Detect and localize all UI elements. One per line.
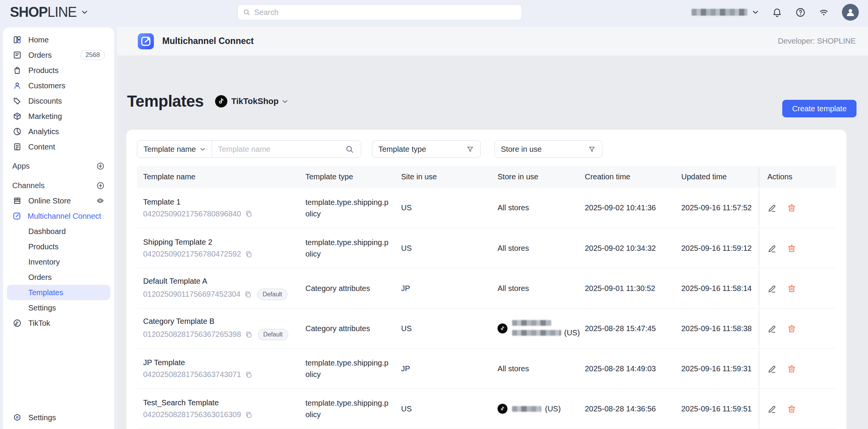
copy-icon[interactable] — [245, 411, 253, 419]
chevron-down-icon — [81, 9, 88, 16]
sidebar-item-marketing[interactable]: Marketing — [7, 109, 110, 124]
updated-time: 2025-09-16 11:58:14 — [681, 268, 759, 308]
sidebar-item-home[interactable]: Home — [7, 32, 110, 47]
avatar[interactable] — [842, 4, 859, 21]
store-tiktok: (US) — [498, 404, 561, 414]
app-title: Multichannel Connect — [162, 36, 254, 46]
delete-icon[interactable] — [787, 244, 796, 253]
edit-icon[interactable] — [767, 244, 777, 253]
global-search[interactable] — [237, 4, 522, 20]
content-icon — [13, 142, 22, 151]
template-name: Default Template A — [143, 277, 287, 286]
delete-icon[interactable] — [787, 203, 796, 213]
delete-icon[interactable] — [787, 284, 796, 293]
edit-icon[interactable] — [767, 364, 777, 374]
delete-icon[interactable] — [787, 324, 796, 333]
sidebar-item-orders[interactable]: Orders 2568 — [7, 47, 110, 63]
shopline-logo[interactable]: SHOPLINE — [10, 4, 88, 20]
table-row: Category Template B 01202508281756367265… — [137, 308, 836, 348]
store-all: All stores — [498, 203, 529, 212]
site-in-use: US — [401, 228, 498, 268]
store-all: All stores — [498, 364, 529, 373]
network-status-icon[interactable] — [819, 7, 829, 18]
delete-icon[interactable] — [787, 364, 796, 374]
sidebar-item-analytics[interactable]: Analytics — [7, 124, 110, 139]
search-field-label: Template name — [144, 145, 196, 154]
sidebar-subitem-orders[interactable]: Orders — [7, 270, 110, 285]
updated-time: 2025-09-16 11:59:12 — [681, 228, 759, 268]
delete-icon[interactable] — [787, 404, 796, 414]
search-field-select[interactable]: Template name — [137, 141, 212, 158]
chevron-down-icon — [282, 98, 288, 105]
orders-icon — [13, 50, 22, 60]
templates-table: Template name Template type Site in use … — [137, 166, 836, 429]
store-in-use-filter[interactable]: Store in use — [494, 140, 602, 158]
marketing-icon — [13, 112, 22, 121]
multichannel-connect-app-icon — [138, 33, 154, 49]
site-in-use: US — [401, 389, 498, 429]
sidebar-item-label: TikTok — [28, 319, 50, 328]
template-id: 01202508281756367265398 — [143, 330, 241, 339]
copy-icon[interactable] — [244, 291, 252, 298]
table-row: Default Template A 012025090117566974523… — [137, 268, 836, 308]
preview-eye-icon[interactable] — [96, 196, 105, 205]
sidebar-subitem-settings[interactable]: Settings — [7, 300, 110, 315]
sidebar-subitem-inventory[interactable]: Inventory — [7, 254, 110, 270]
copy-icon[interactable] — [245, 250, 253, 258]
search-input[interactable] — [254, 8, 516, 17]
template-type: template.type.shipping.policy — [305, 188, 401, 228]
sidebar-subitem-products[interactable]: Products — [7, 239, 110, 254]
sidebar-subitem-dashboard[interactable]: Dashboard — [7, 224, 110, 239]
sidebar-item-products[interactable]: Products — [7, 63, 110, 78]
help-icon[interactable] — [795, 7, 806, 18]
col-header-template-type: Template type — [305, 166, 401, 188]
store-switcher[interactable] — [692, 9, 759, 16]
creation-time: 2025-09-02 10:34:32 — [585, 228, 681, 268]
template-type-filter[interactable]: Template type — [372, 140, 481, 158]
template-name: Shipping Template 2 — [143, 238, 253, 247]
sidebar-item-label: Content — [28, 143, 55, 151]
sidebar-item-label: Settings — [28, 413, 56, 422]
template-name: Template 1 — [143, 198, 253, 206]
sidebar-item-content[interactable]: Content — [7, 139, 110, 154]
add-app-icon[interactable] — [96, 162, 105, 171]
channel-selector[interactable]: TikTokShop — [215, 95, 288, 107]
edit-icon[interactable] — [767, 203, 777, 213]
copy-icon[interactable] — [245, 331, 253, 338]
subitem-label: Dashboard — [28, 227, 66, 236]
multichannel-connect-icon — [12, 211, 21, 221]
sidebar-item-multichannel-connect[interactable]: Multichannel Connect — [7, 208, 110, 224]
more-options-icon[interactable] — [101, 211, 105, 221]
col-header-creation-time: Creation time — [585, 166, 681, 188]
copy-icon[interactable] — [245, 371, 253, 379]
sidebar-item-tiktok[interactable]: TikTok — [7, 315, 110, 331]
subitem-label: Products — [28, 242, 59, 251]
notifications-bell-icon[interactable] — [772, 7, 782, 18]
search-submit-button[interactable] — [338, 141, 361, 158]
edit-icon[interactable] — [767, 404, 777, 414]
table-body: Template 1 04202509021756780896840 templ… — [137, 188, 836, 429]
create-template-button[interactable]: Create template — [782, 100, 857, 117]
edit-icon[interactable] — [767, 324, 777, 333]
add-channel-icon[interactable] — [96, 181, 105, 190]
sidebar-item-discounts[interactable]: Discounts — [7, 93, 110, 109]
store-name-redacted — [692, 9, 747, 16]
sidebar-item-label: Analytics — [28, 127, 59, 136]
copy-icon[interactable] — [245, 210, 253, 218]
shopline-logo-text: SHOPLINE — [10, 4, 77, 20]
template-type: Category attributes — [305, 309, 401, 348]
edit-icon[interactable] — [767, 284, 777, 293]
template-name-input[interactable] — [212, 141, 338, 158]
template-id: 04202509021756780472592 — [143, 250, 241, 258]
store-site-suffix: (US) — [545, 405, 561, 413]
sidebar-item-settings[interactable]: Settings — [7, 410, 110, 425]
sidebar-subitem-templates[interactable]: Templates — [7, 285, 110, 300]
sidebar-item-online-store[interactable]: Online Store — [7, 193, 110, 208]
sidebar-item-customers[interactable]: Customers — [7, 78, 110, 93]
redacted-line-1 — [512, 406, 541, 412]
table-row: Template 1 04202509021756780896840 templ… — [137, 188, 836, 228]
filter-funnel-icon — [588, 145, 596, 153]
name-search-control: Template name — [137, 140, 361, 158]
table-row: Shipping Template 2 04202509021756780472… — [137, 228, 836, 268]
template-id: 04202508281756363743071 — [143, 370, 241, 379]
